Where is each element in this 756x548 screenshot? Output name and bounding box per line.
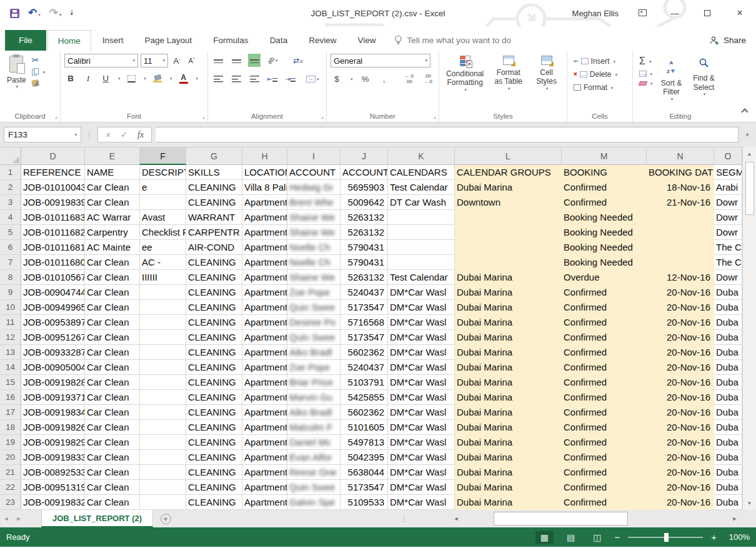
cell-N11[interactable]: 20-Nov-16 <box>647 315 714 330</box>
align-left-button[interactable] <box>212 72 224 86</box>
cell-N12[interactable]: 20-Nov-16 <box>647 330 714 345</box>
cell-G20[interactable]: CLEANING <box>186 450 242 465</box>
cell-H8[interactable]: Apartment <box>242 270 287 285</box>
cell-I21[interactable]: Reese One <box>287 465 341 480</box>
cell-D12[interactable]: JOB-00951267 <box>21 330 85 345</box>
cell-G10[interactable]: CLEANING <box>186 300 242 315</box>
cell-G7[interactable]: CLEANING <box>186 255 242 270</box>
page-break-view-button[interactable]: ◫ <box>588 531 606 544</box>
page-layout-view-button[interactable]: ▤ <box>562 531 580 544</box>
cell-I10[interactable]: Quin Swee <box>287 300 341 315</box>
cell-H16[interactable]: Apartment <box>242 390 287 405</box>
cell-E13[interactable]: Car Clean <box>85 345 140 360</box>
horizontal-scroll-thumb[interactable] <box>494 512 628 526</box>
cell-H17[interactable]: Apartment <box>242 405 287 420</box>
cell-K18[interactable]: DM*Car Wasl <box>388 420 455 435</box>
cell-J18[interactable]: 5101605 <box>341 420 388 435</box>
cell-L11[interactable]: Dubai Marina <box>455 315 562 330</box>
accounting-format-button[interactable]: $ <box>331 72 343 86</box>
cell-G16[interactable]: CLEANING <box>186 390 242 405</box>
cell-J23[interactable]: 5109533 <box>341 495 388 510</box>
cell-G4[interactable]: WARRANT <box>186 210 242 225</box>
cell-D11[interactable]: JOB-00953897 <box>21 315 85 330</box>
cell-K10[interactable]: DM*Car Wasl <box>388 300 455 315</box>
cell-N4[interactable] <box>647 210 714 225</box>
cell-E9[interactable]: Car Clean <box>85 285 140 300</box>
cell-F2[interactable]: e <box>140 180 186 195</box>
cell-G19[interactable]: CLEANING <box>186 435 242 450</box>
increase-font-size-button[interactable]: Aˆ <box>171 54 183 67</box>
cell-D10[interactable]: JOB-00949965 <box>21 300 85 315</box>
cell-E6[interactable]: AC Mainte <box>85 240 140 255</box>
row-header-6[interactable]: 6 <box>0 240 21 255</box>
minimize-button[interactable]: — <box>666 9 684 17</box>
row-header-4[interactable]: 4 <box>0 210 21 225</box>
row-header-13[interactable]: 13 <box>0 345 21 360</box>
number-format-dropdown-icon[interactable]: ▾ <box>421 58 427 63</box>
fill-color-dropdown-icon[interactable]: ▾ <box>170 76 172 81</box>
cell-H5[interactable]: Apartment <box>242 225 287 240</box>
cell-E2[interactable]: Car Clean <box>85 180 140 195</box>
middle-align-button[interactable] <box>230 54 242 67</box>
cell-K6[interactable] <box>388 240 455 255</box>
cell-F19[interactable] <box>140 435 186 450</box>
share-button[interactable]: Share <box>710 30 756 51</box>
cell-O9[interactable]: Duba <box>714 285 742 300</box>
cell-D22[interactable]: JOB-00951319 <box>21 480 85 495</box>
scroll-down-icon[interactable]: ▼ <box>743 496 756 510</box>
cell-O5[interactable]: Dowr <box>714 225 742 240</box>
cell-N17[interactable]: 20-Nov-16 <box>647 405 714 420</box>
cell-G6[interactable]: AIR-COND <box>186 240 242 255</box>
cell-E18[interactable]: Car Clean <box>85 420 140 435</box>
cell-O1[interactable]: SEGM <box>714 165 742 180</box>
decrease-decimal-button[interactable]: .00→.0 <box>422 72 434 86</box>
ribbon-display-options-button[interactable] <box>634 9 651 17</box>
cell-K16[interactable]: DM*Car Wasl <box>388 390 455 405</box>
cell-K2[interactable]: Test Calendar <box>388 180 455 195</box>
formula-bar-splitter[interactable]: ⋮ <box>85 130 94 139</box>
cell-H10[interactable]: Apartment <box>242 300 287 315</box>
cell-G5[interactable]: CARPENTR <box>186 225 242 240</box>
cell-F3[interactable] <box>140 195 186 210</box>
cell-M5[interactable]: Booking Needed <box>562 225 647 240</box>
cell-I17[interactable]: Aiko Bradl <box>287 405 341 420</box>
cell-N22[interactable]: 20-Nov-16 <box>647 480 714 495</box>
cell-L19[interactable]: Dubai Marina <box>455 435 562 450</box>
clear-button[interactable]: ▾ <box>639 81 653 86</box>
cell-N18[interactable]: 20-Nov-16 <box>647 420 714 435</box>
cell-O7[interactable]: The C <box>714 255 742 270</box>
row-header-7[interactable]: 7 <box>0 255 21 270</box>
enter-entry-icon[interactable]: ✓ <box>121 130 127 139</box>
cut-button[interactable]: ✂ <box>32 56 46 64</box>
cell-N19[interactable]: 20-Nov-16 <box>647 435 714 450</box>
cell-H18[interactable]: Apartment <box>242 420 287 435</box>
cell-I6[interactable]: Noelle Ch <box>287 240 341 255</box>
cell-L17[interactable]: Dubai Marina <box>455 405 562 420</box>
zoom-slider-thumb[interactable] <box>664 533 669 542</box>
cell-J7[interactable]: 5790431 <box>341 255 388 270</box>
cell-O17[interactable]: Duba <box>714 405 742 420</box>
cell-D23[interactable]: JOB-00919832 <box>21 495 85 510</box>
user-name[interactable]: Meghan Ellis <box>572 9 619 18</box>
cell-N10[interactable]: 20-Nov-16 <box>647 300 714 315</box>
cell-N3[interactable]: 21-Nov-16 <box>647 195 714 210</box>
cell-E14[interactable]: Car Clean <box>85 360 140 375</box>
cell-O15[interactable]: Duba <box>714 375 742 390</box>
cell-M2[interactable]: Confirmed <box>562 180 647 195</box>
cell-F1[interactable]: DESCRIPTI <box>140 165 186 180</box>
cell-L3[interactable]: Downtown <box>455 195 562 210</box>
cell-N9[interactable]: 20-Nov-16 <box>647 285 714 300</box>
cell-K12[interactable]: DM*Car Wasl <box>388 330 455 345</box>
cell-L21[interactable]: Dubai Marina <box>455 465 562 480</box>
cell-J22[interactable]: 5173547 <box>341 480 388 495</box>
cell-J6[interactable]: 5790431 <box>341 240 388 255</box>
borders-dropdown-icon[interactable]: ▾ <box>144 76 147 81</box>
row-header-22[interactable]: 22 <box>0 480 21 495</box>
cell-G17[interactable]: CLEANING <box>186 405 242 420</box>
cell-O3[interactable]: Dowr <box>714 195 742 210</box>
row-header-5[interactable]: 5 <box>0 225 21 240</box>
tab-scroll-splitter[interactable]: ⋮ <box>400 510 408 527</box>
merge-center-dropdown-icon[interactable]: ▾ <box>317 77 319 82</box>
fill-color-button[interactable] <box>151 72 164 85</box>
cell-E22[interactable]: Car Clean <box>85 480 140 495</box>
